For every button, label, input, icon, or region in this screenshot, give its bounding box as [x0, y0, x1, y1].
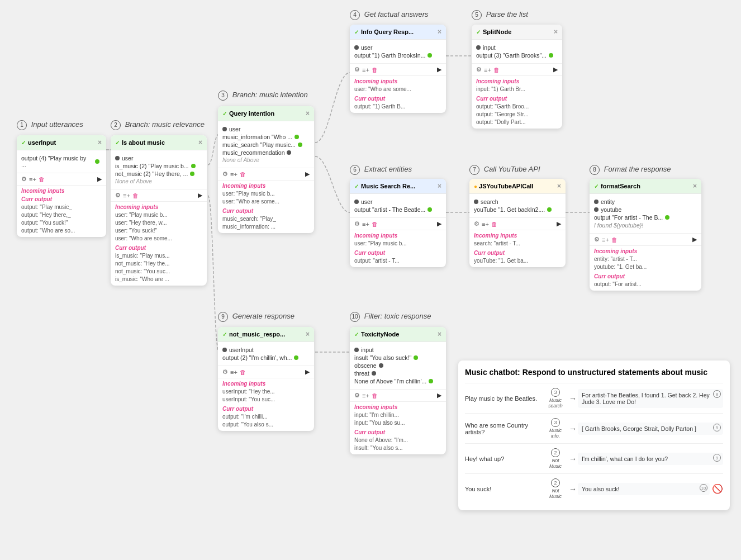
play-icon6[interactable]: ▶ — [437, 220, 441, 227]
node-userInput: ✓userInput × output (4) "Play music by .… — [17, 135, 106, 237]
trash-icon4[interactable]: 🗑 — [372, 67, 378, 73]
settings-icon2[interactable]: ⚙ — [115, 192, 121, 199]
query-none: None of Above — [222, 157, 310, 163]
play-icon4[interactable]: ▶ — [437, 66, 441, 73]
trash-icon[interactable]: 🗑 — [39, 176, 45, 183]
trash-icon8[interactable]: 🗑 — [611, 236, 618, 243]
jsYouTube-youtube-row: youTube "1. Get backIn2.... — [474, 206, 561, 213]
node-userInput-close[interactable]: × — [98, 139, 102, 146]
trash-icon9[interactable]: 🗑 — [240, 369, 246, 376]
list-icon[interactable]: ≡+ — [29, 176, 36, 183]
node-notMusicRespo-toolbar: ⚙ ≡+ 🗑 ▶ — [218, 366, 314, 378]
notMusicRespo-curr-title: Curr output — [222, 406, 310, 412]
infoQuery-output: output "1) Garth BrooksIn... — [354, 52, 425, 59]
trash-icon7[interactable]: 🗑 — [491, 221, 497, 227]
list-icon3[interactable]: ≡+ — [230, 171, 238, 178]
node-musicSearchRe-close[interactable]: × — [438, 182, 441, 190]
node-splitNode-body: input output (3) "Garth Brooks"... — [472, 40, 562, 63]
list-icon5[interactable]: ≡+ — [484, 67, 491, 73]
jsYouTubeAPICall-incoming: Incoming inputs search: "artist - T... C… — [469, 230, 566, 267]
node-formatSearch-header: ✓formatSearch × — [590, 179, 701, 194]
node-infoQueryResp-body: user output "1) Garth BrooksIn... — [350, 40, 446, 63]
play-icon8[interactable]: ▶ — [692, 236, 697, 243]
splitNode-out-dot — [549, 53, 553, 58]
check-icon9: ✓ — [222, 331, 227, 338]
node-isAboutMusic-close[interactable]: × — [198, 139, 202, 146]
list-icon2[interactable]: ≡+ — [123, 192, 130, 199]
step9-label: 9 Generate response — [218, 312, 294, 322]
trash-icon10[interactable]: 🗑 — [372, 392, 378, 399]
notMusicRespo-output-row: output (2) "I'm chillin', wh... — [222, 354, 310, 361]
jsYouTubeAPICall-curr-values: youTube: "1. Get ba... — [474, 257, 561, 265]
play-icon7[interactable]: ▶ — [557, 220, 561, 227]
chat-step-4: 10 — [700, 484, 707, 492]
list-icon4[interactable]: ≡+ — [362, 67, 369, 73]
chat-badge-label-4: NotMusic — [549, 488, 562, 499]
notMusicRespo-userInput-row: userInput — [222, 347, 310, 353]
node-jsYouTubeAPICall-toolbar: ⚙ ≡+ 🗑 ▶ — [469, 217, 566, 230]
formatSearch-entity-row: entity — [594, 198, 697, 205]
node-musicSearchRe: ✓Music Search Re... × user output "artis… — [350, 179, 446, 267]
list-icon6[interactable]: ≡+ — [362, 221, 369, 227]
node-toxicityNode-close[interactable]: × — [438, 330, 441, 338]
queryIntention-curr-title: Curr output — [222, 208, 310, 214]
settings-icon6[interactable]: ⚙ — [354, 220, 360, 227]
step9-num: 9 — [218, 312, 228, 322]
trash-icon6[interactable]: 🗑 — [372, 221, 378, 227]
chat-badge-3: 2 NotMusic — [545, 448, 566, 469]
node-jsYouTubeAPICall-close[interactable]: × — [557, 182, 561, 190]
play-icon3[interactable]: ▶ — [305, 170, 310, 178]
node-queryIntention-body: user music_information "Who ... music_se… — [218, 121, 314, 168]
formatSearch-youtube-row: youtube — [594, 206, 697, 213]
node-splitNode-close[interactable]: × — [554, 28, 558, 36]
step-circle-1: 8 — [713, 390, 721, 398]
node-userInput-body: output (4) "Play music by ... — [17, 150, 106, 173]
play-icon[interactable]: ▶ — [97, 175, 102, 183]
notmusic-out-dot — [190, 172, 194, 176]
node-queryIntention-close[interactable]: × — [306, 110, 310, 117]
formatSearch-youtube-dot — [594, 207, 598, 212]
jsYouTubeAPICall-incoming-title: Incoming inputs — [474, 232, 561, 239]
jsYouTube-out-dot — [547, 207, 552, 212]
chat-input-1: Play music by the Beatles. — [465, 395, 543, 402]
settings-icon7[interactable]: ⚙ — [474, 220, 479, 227]
step7-label: 7 Call YouTube API — [469, 165, 540, 175]
list-icon9[interactable]: ≡+ — [230, 369, 238, 376]
trash-icon3[interactable]: 🗑 — [240, 171, 246, 178]
settings-icon8[interactable]: ⚙ — [594, 236, 600, 243]
jsYouTube-search: search — [481, 198, 498, 205]
settings-icon3[interactable]: ⚙ — [222, 170, 228, 178]
node-notMusicRespo-title: not_music_respo... — [229, 331, 285, 338]
play-icon2[interactable]: ▶ — [198, 192, 202, 199]
play-icon10[interactable]: ▶ — [437, 392, 441, 399]
node-jsYouTubeAPICall-title: JSYouTubeAPICall — [479, 183, 533, 189]
toxicity-threat-row: threat — [354, 370, 441, 377]
play-icon5[interactable]: ▶ — [553, 66, 558, 73]
list-icon7[interactable]: ≡+ — [482, 221, 489, 227]
step5-text: Parse the list — [486, 10, 528, 18]
list-icon8[interactable]: ≡+ — [602, 236, 609, 243]
list-icon10[interactable]: ≡+ — [362, 392, 369, 399]
infoQuery-output-row: output "1) Garth BrooksIn... — [354, 52, 441, 59]
trash-icon2[interactable]: 🗑 — [132, 192, 139, 199]
node-infoQueryResp: ✓Info Query Resp... × user output "1) Ga… — [350, 25, 446, 113]
settings-icon4[interactable]: ⚙ — [354, 66, 360, 73]
trash-icon5[interactable]: 🗑 — [493, 67, 500, 73]
isAboutMusic-ismusic: is_music (2) "Play music b... — [115, 163, 189, 169]
userInput-curr-output-title: Curr output — [21, 196, 102, 202]
node-infoQueryResp-close[interactable]: × — [438, 28, 441, 36]
node-notMusicRespo-header: ✓not_music_respo... × — [218, 327, 314, 342]
node-toxicityNode-header: ✓ToxicityNode × — [350, 327, 446, 342]
settings-icon5[interactable]: ⚙ — [476, 66, 482, 73]
step10-text: Filter: toxic response — [364, 312, 431, 320]
settings-icon10[interactable]: ⚙ — [354, 392, 360, 399]
toxicityNode-incoming: Incoming inputs input: "I'm chillin...in… — [350, 401, 446, 454]
node-formatSearch-close[interactable]: × — [693, 182, 697, 190]
step8-num: 8 — [590, 165, 600, 175]
chat-step-2: 5 — [713, 424, 721, 431]
node-notMusicRespo-close[interactable]: × — [306, 330, 310, 338]
step2-num: 2 — [111, 120, 121, 130]
settings-icon9[interactable]: ⚙ — [222, 368, 228, 376]
play-icon9[interactable]: ▶ — [305, 368, 310, 376]
settings-icon[interactable]: ⚙ — [21, 175, 27, 183]
